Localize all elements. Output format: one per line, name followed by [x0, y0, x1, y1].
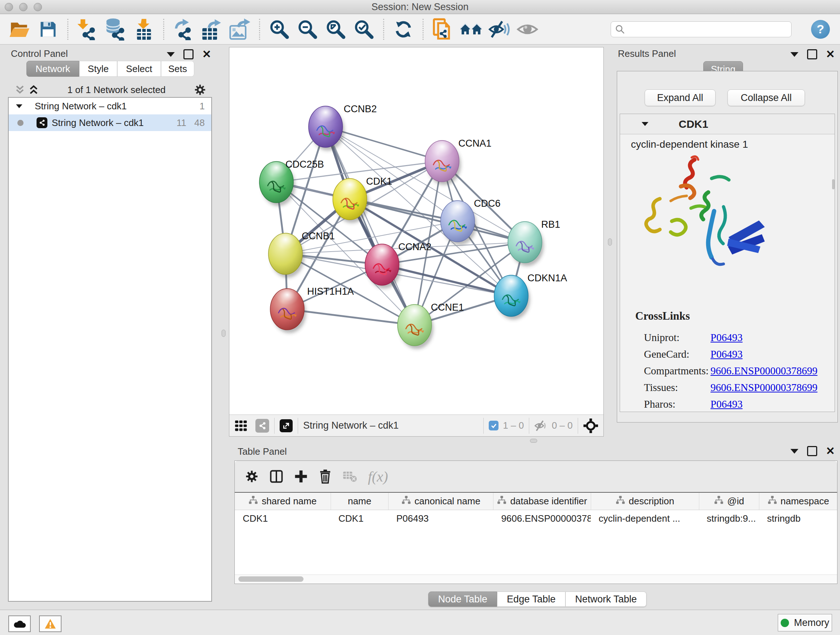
results-panel-title: Results Panel — [618, 48, 676, 59]
column-header-shared-name[interactable]: shared name — [235, 493, 331, 510]
show-columns-icon[interactable] — [270, 469, 283, 484]
open-folder-icon — [9, 20, 31, 39]
export-image-button[interactable] — [228, 17, 252, 41]
collapse-all-icon[interactable] — [14, 84, 25, 95]
panel-menu-icon[interactable] — [790, 449, 798, 454]
collapse-all-button[interactable]: Collapse All — [728, 89, 805, 106]
table-settings-gear-icon[interactable] — [245, 470, 259, 483]
network-node-CDC25B[interactable]: CDC25B — [259, 159, 324, 206]
export-network-button[interactable] — [172, 17, 195, 41]
network-row-selected[interactable]: String Network – cdk1 11 48 — [9, 114, 211, 131]
options-gear-icon[interactable] — [194, 84, 206, 96]
column-header-name[interactable]: name — [331, 493, 388, 510]
show-all-button[interactable] — [515, 17, 539, 41]
table-cell[interactable]: stringdb:9... — [699, 510, 759, 527]
tab-style[interactable]: Style — [79, 61, 117, 77]
warnings-button[interactable] — [39, 616, 62, 632]
search-field[interactable] — [611, 21, 791, 37]
table-hscrollbar[interactable] — [235, 575, 837, 584]
network-node-CCNB1[interactable]: CCNB1 — [268, 231, 335, 278]
table-cell[interactable]: P06493 — [388, 510, 493, 527]
import-database-button[interactable] — [104, 17, 128, 41]
column-header-database-identifier[interactable]: database identifier — [493, 493, 591, 510]
panel-menu-icon[interactable] — [790, 52, 798, 57]
open-in-new-icon[interactable] — [279, 419, 293, 432]
expand-all-icon[interactable] — [28, 84, 39, 95]
network-share-icon[interactable] — [256, 419, 269, 432]
refresh-button[interactable] — [392, 17, 415, 41]
delete-column-trash-icon[interactable] — [319, 469, 332, 484]
status-bar: Memory — [0, 610, 840, 635]
network-node-CCNE1[interactable]: CCNE1 — [398, 302, 464, 349]
table-cell[interactable]: CDK1 — [331, 510, 388, 527]
hide-selected-button[interactable] — [487, 17, 511, 41]
open-session-button[interactable] — [8, 17, 32, 41]
zoom-in-button[interactable] — [267, 17, 291, 41]
column-header-namespace[interactable]: namespace — [759, 493, 837, 510]
table-cell[interactable]: stringdb — [759, 510, 837, 527]
table-cell[interactable]: cyclin-dependent ... — [591, 510, 699, 527]
network-collection-row[interactable]: String Network – cdk1 1 — [9, 98, 211, 114]
tab-node-table[interactable]: Node Table — [428, 592, 497, 607]
selected-checkbox-icon[interactable] — [489, 421, 499, 431]
panel-close-icon[interactable]: ✕ — [202, 50, 211, 58]
node-label: HIST1H1A — [307, 286, 354, 297]
crosslink-row: Compartments:9606.ENSP00000378699 — [620, 363, 835, 379]
tab-sets[interactable]: Sets — [161, 61, 194, 77]
hscrollbar-thumb[interactable] — [238, 576, 303, 582]
column-header-canonical-name[interactable]: canonical name — [388, 493, 493, 510]
gene-section-header[interactable]: CDK1 — [620, 114, 835, 134]
network-node-RB1[interactable]: RB1 — [508, 219, 561, 266]
clone-network-button[interactable] — [431, 17, 455, 41]
grid-view-icon[interactable] — [234, 419, 248, 432]
network-node-CCNB2[interactable]: CCNB2 — [309, 103, 377, 150]
tab-select[interactable]: Select — [117, 61, 161, 77]
splitter-handle-right[interactable] — [608, 239, 612, 246]
section-expander-icon[interactable] — [642, 122, 649, 126]
network-node-CDC6[interactable]: CDC6 — [441, 198, 501, 245]
panel-float-icon[interactable] — [807, 49, 817, 59]
results-scrollbar-thumb[interactable] — [832, 179, 835, 189]
zoom-selected-button[interactable] — [352, 17, 376, 41]
tab-network[interactable]: Network — [27, 61, 79, 77]
network-node-CDKN1A[interactable]: CDKN1A — [494, 272, 567, 320]
panel-float-icon[interactable] — [807, 446, 817, 456]
search-input[interactable] — [628, 23, 787, 35]
expand-all-button[interactable]: Expand All — [645, 89, 715, 106]
crosslink-link[interactable]: 9606.ENSP00000378699 — [711, 365, 818, 377]
splitter-handle-left[interactable] — [222, 330, 226, 337]
hidden-eye-slash-icon[interactable] — [534, 420, 548, 432]
table-cell[interactable]: CDK1 — [235, 510, 331, 527]
network-canvas[interactable]: CCNB2CCNA1CDC25BCDK1CDC6RB1CCNB1CCNA2CDK… — [229, 48, 603, 415]
help-button[interactable]: ? — [811, 20, 830, 39]
table-row[interactable]: CDK1CDK1P064939606.ENSP00000378699cyclin… — [235, 510, 837, 527]
panel-float-icon[interactable] — [183, 49, 194, 59]
tab-edge-table[interactable]: Edge Table — [497, 592, 565, 607]
save-session-button[interactable] — [36, 17, 60, 41]
import-network-button[interactable] — [76, 17, 99, 41]
tab-network-table[interactable]: Network Table — [565, 592, 647, 607]
memory-indicator[interactable]: Memory — [778, 614, 832, 631]
crosslink-link[interactable]: 9606.ENSP00000378699 — [711, 382, 818, 394]
crosslink-link[interactable]: P06493 — [711, 348, 743, 360]
splitter-handle-bottom[interactable] — [530, 439, 537, 443]
network-node-CDK1[interactable]: CDK1 — [333, 176, 392, 223]
crosslink-link[interactable]: P06493 — [711, 332, 743, 344]
import-table-button[interactable] — [132, 17, 156, 41]
cloud-button[interactable] — [8, 616, 31, 632]
column-header--id[interactable]: @id — [699, 493, 759, 510]
export-table-button[interactable] — [200, 17, 224, 41]
column-header-description[interactable]: description — [591, 493, 699, 510]
birdseye-crosshair-icon[interactable] — [583, 418, 598, 433]
network-node-HIST1H1A[interactable]: HIST1H1A — [270, 286, 354, 333]
home-button[interactable] — [459, 17, 483, 41]
add-column-icon[interactable] — [294, 470, 308, 483]
panel-close-icon[interactable]: ✕ — [826, 447, 835, 455]
crosslink-link[interactable]: P06493 — [711, 398, 743, 410]
zoom-out-button[interactable] — [295, 17, 319, 41]
table-cell[interactable]: 9606.ENSP00000378699 — [493, 510, 591, 527]
panel-close-icon[interactable]: ✕ — [826, 50, 835, 58]
panel-menu-icon[interactable] — [167, 52, 175, 57]
zoom-fit-button[interactable] — [324, 17, 347, 41]
tree-expander-icon[interactable] — [16, 104, 22, 108]
